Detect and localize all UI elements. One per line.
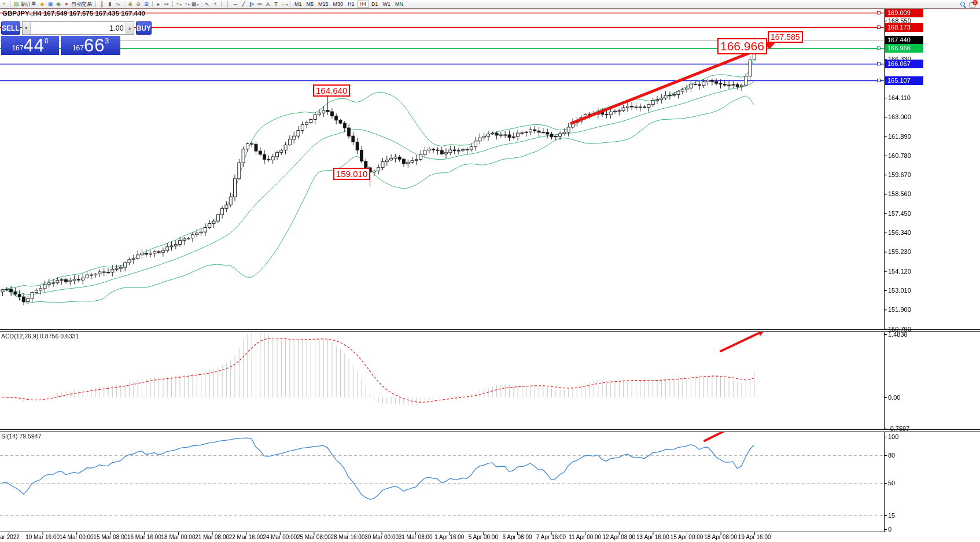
- macd-label: ACD(12,26,9) 0.8756 0.6331: [1, 333, 79, 340]
- periods-clock-icon[interactable]: ◔▾: [183, 1, 191, 8]
- sell-button[interactable]: SELL: [1, 21, 20, 35]
- toolbar-separator: [124, 1, 124, 7]
- vertical-line-icon[interactable]: │: [223, 1, 231, 8]
- one-click-trade-panel: SELL ▼ ▲ BUY 167 44 0 167 66 3: [1, 21, 120, 55]
- rsi-pane-separator[interactable]: [0, 429, 980, 432]
- price-axis-tick: 155.230: [888, 248, 911, 255]
- rsi-axis-label: 50: [888, 480, 895, 486]
- sell-price-main: 44: [23, 36, 44, 55]
- price-line-label: 165.107: [885, 76, 923, 85]
- rsi-axis-label: 80: [888, 452, 895, 459]
- price-annotation[interactable]: 167.585: [768, 31, 803, 43]
- toolbar-separator: [201, 1, 201, 7]
- line-chart-icon[interactable]: ∿: [114, 1, 122, 8]
- price-axis-tick: 163.000: [888, 113, 911, 120]
- rsi-label: SI(14) 79.5947: [1, 433, 41, 440]
- timeframe-group: M1M5M15M30H1H4D1W1MN: [292, 0, 406, 8]
- toolbar-separator: [152, 1, 153, 7]
- mt4-window: +▤新订单◆▣◉●自动交易║▮∿⊕⊖⊞▸↦+▾◔▾▦▾↖+│─╱∥E≡FAT→▾…: [0, 0, 980, 542]
- styler-icon[interactable]: ◆: [38, 1, 46, 8]
- price-line-label: 169.009: [885, 9, 923, 17]
- price-annotation[interactable]: 166.966: [717, 38, 767, 54]
- buy-price-box[interactable]: 167 66 3: [61, 36, 120, 55]
- text-label-icon[interactable]: T: [272, 1, 280, 8]
- fibonacci-icon[interactable]: ≡F: [256, 1, 264, 8]
- buy-price-main: 66: [84, 36, 105, 55]
- price-annotation[interactable]: 164.640: [313, 84, 350, 97]
- price-axis-tick: 158.560: [888, 190, 911, 197]
- buy-price-pip: 3: [105, 36, 109, 55]
- zoom-out-icon[interactable]: ⊖: [134, 1, 142, 8]
- notifications-icon[interactable]: 1: [969, 1, 977, 8]
- price-axis-tick: 151.900: [888, 306, 911, 313]
- macd-pane-separator[interactable]: [0, 329, 980, 332]
- arrows-icon[interactable]: →▾: [280, 1, 288, 8]
- volume-increase-button[interactable]: ▲: [126, 22, 134, 34]
- tile-windows-icon[interactable]: ⊞: [142, 1, 150, 8]
- toolbar-separator: [290, 1, 290, 7]
- timeframe-m1[interactable]: M1: [292, 1, 304, 8]
- search-icon[interactable]: [960, 2, 966, 7]
- trendline-icon[interactable]: ╱: [240, 1, 248, 8]
- toolbar: +▤新订单◆▣◉●自动交易║▮∿⊕⊖⊞▸↦+▾◔▾▦▾↖+│─╱∥E≡FAT→▾…: [0, 0, 980, 9]
- auto-scroll-icon[interactable]: ▸: [154, 1, 163, 8]
- buy-button[interactable]: BUY: [136, 21, 152, 35]
- chart-title: GBPJPY-,H4 167.549 167.575 167.435 167.4…: [2, 10, 145, 17]
- price-axis-tick: 156.340: [888, 229, 911, 236]
- price-line-label: 166.966: [885, 44, 923, 53]
- toolbar-separator: [95, 1, 96, 7]
- time-axis-label: 19 Apr 16:00: [731, 534, 778, 540]
- timeframe-m15[interactable]: M15: [316, 1, 331, 8]
- sell-price-pip: 0: [45, 36, 49, 55]
- timeframe-m30[interactable]: M30: [331, 1, 346, 8]
- timeframe-h1[interactable]: H1: [345, 1, 357, 8]
- indicators-icon[interactable]: +▾: [175, 1, 183, 8]
- volume-input[interactable]: [31, 22, 126, 34]
- macd-axis-label: 0.00: [888, 394, 900, 401]
- crosshair-icon[interactable]: +: [211, 1, 219, 8]
- horizontal-line-icon[interactable]: ─: [231, 1, 240, 8]
- price-axis-tick: 153.010: [888, 287, 911, 294]
- timeframe-m5[interactable]: M5: [304, 1, 316, 8]
- price-axis-tick: 161.890: [888, 133, 911, 140]
- notification-badge: 1: [972, 0, 978, 5]
- toolbar-separator: [221, 1, 222, 7]
- current-price-label: 167.440: [885, 36, 923, 45]
- macd-axis-label: -0.7597: [888, 425, 909, 432]
- buy-price-prefix: 167: [72, 44, 84, 55]
- bar-chart-icon[interactable]: ║: [98, 1, 106, 8]
- timeframe-d1[interactable]: D1: [369, 1, 381, 8]
- templates-icon[interactable]: ▦▾: [191, 1, 199, 8]
- timeframe-h4[interactable]: H4: [357, 1, 370, 8]
- equidistant-channel-icon[interactable]: ∥E: [248, 1, 256, 8]
- volume-stepper: ▼ ▲: [22, 21, 134, 35]
- signals-icon[interactable]: ◉: [54, 1, 62, 8]
- sell-price-prefix: 167: [12, 44, 23, 55]
- toolbar-separator: [10, 1, 10, 7]
- price-axis-tick: 157.450: [888, 210, 911, 217]
- partial-new-icon[interactable]: +: [0, 1, 8, 8]
- volume-decrease-button[interactable]: ▼: [23, 22, 31, 34]
- price-line-label: 168.173: [885, 23, 923, 32]
- chart-shift-icon[interactable]: ↦: [163, 1, 171, 8]
- zoom-in-icon[interactable]: ⊕: [126, 1, 134, 8]
- auto-trading-button-label: 自动交易: [71, 1, 92, 8]
- auto-trading-button[interactable]: ●: [62, 1, 71, 8]
- macd-axis-label: 1.4838: [888, 331, 908, 338]
- price-axis-tick: 159.670: [888, 171, 911, 178]
- price-axis-tick: 154.120: [888, 268, 911, 275]
- rsi-axis-label: 15: [888, 512, 895, 519]
- cursor-icon[interactable]: ↖: [203, 1, 211, 8]
- toolbar-left-group: +▤新订单◆▣◉●自动交易║▮∿⊕⊖⊞▸↦+▾◔▾▦▾↖+│─╱∥E≡FAT→▾: [0, 0, 292, 8]
- toolbar-separator: [172, 1, 173, 7]
- timeframe-mn[interactable]: MN: [393, 1, 406, 8]
- price-annotation[interactable]: 159.010: [333, 168, 370, 180]
- rsi-axis-label: 100: [888, 433, 898, 440]
- text-icon[interactable]: A: [264, 1, 272, 8]
- timeframe-w1[interactable]: W1: [381, 1, 393, 8]
- sell-price-box[interactable]: 167 44 0: [1, 36, 59, 55]
- new-order-button[interactable]: ▤: [12, 1, 20, 8]
- market-window-icon[interactable]: ▣: [46, 1, 54, 8]
- candlestick-chart-icon[interactable]: ▮: [106, 1, 114, 8]
- chart-overlay: GBPJPY-,H4 167.549 167.575 167.435 167.4…: [0, 0, 980, 542]
